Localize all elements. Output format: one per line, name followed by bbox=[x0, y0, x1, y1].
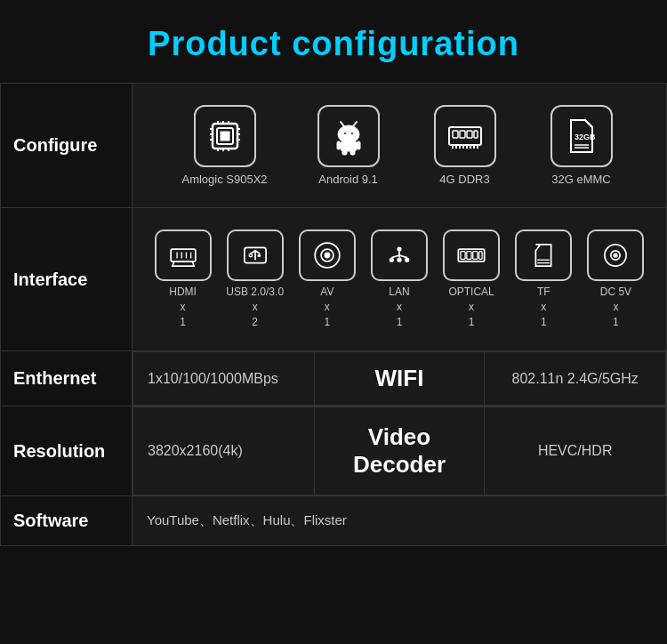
interface-content: HDMIx1 US bbox=[133, 208, 667, 351]
svg-line-61 bbox=[391, 255, 399, 258]
svg-line-23 bbox=[341, 122, 344, 126]
software-row: Software YouTube、Netflix、Hulu、Flixster bbox=[1, 496, 667, 546]
page-title: Product configuration bbox=[0, 0, 667, 83]
svg-rect-20 bbox=[357, 141, 360, 149]
tf-icon-box bbox=[515, 229, 572, 281]
ethernet-label: Enthernet bbox=[1, 351, 133, 407]
svg-rect-18 bbox=[341, 141, 357, 151]
svg-rect-19 bbox=[337, 141, 341, 149]
software-label: Software bbox=[1, 496, 133, 546]
ethernet-row: Enthernet 1x10/100/1000MBps WIFI 802.11n… bbox=[1, 351, 667, 407]
android-label: Android 9.1 bbox=[318, 173, 378, 186]
svg-line-24 bbox=[353, 122, 357, 126]
emmc-label: 32G eMMC bbox=[551, 173, 610, 186]
lan-label: LANx1 bbox=[389, 285, 409, 329]
svg-rect-22 bbox=[350, 150, 355, 155]
iface-lan: LANx1 bbox=[367, 229, 431, 329]
configure-row: Configure bbox=[1, 84, 667, 208]
hevc-value: HEVC/HDR bbox=[485, 407, 666, 495]
iface-optical: OPTICALx1 bbox=[439, 229, 503, 329]
ram-icon-box bbox=[434, 105, 496, 167]
software-apps: YouTube、Netflix、Hulu、Flixster bbox=[133, 496, 667, 546]
svg-rect-42 bbox=[171, 249, 196, 262]
optical-label: OPTICALx1 bbox=[448, 285, 494, 329]
svg-point-15 bbox=[338, 125, 359, 143]
av-label: AVx1 bbox=[320, 285, 334, 329]
emmc-icon: 32GB bbox=[562, 117, 601, 156]
iface-tf: TFx1 bbox=[511, 229, 575, 329]
interface-row: Interface HDMIx1 bbox=[1, 208, 667, 351]
resolution-label: Resolution bbox=[1, 407, 133, 496]
svg-point-56 bbox=[397, 247, 401, 252]
usb-icon bbox=[238, 238, 272, 272]
interface-label: Interface bbox=[1, 208, 133, 351]
iface-dc: DC 5Vx1 bbox=[583, 229, 647, 329]
configure-label: Configure bbox=[1, 84, 133, 208]
config-item-emmc: 32GB 32G eMMC bbox=[546, 105, 617, 186]
optical-icon bbox=[454, 238, 488, 272]
svg-rect-27 bbox=[460, 131, 465, 138]
lan-icon-box bbox=[371, 229, 428, 281]
dc-label: DC 5Vx1 bbox=[600, 285, 631, 329]
svg-rect-26 bbox=[453, 131, 458, 138]
svg-rect-21 bbox=[342, 150, 347, 155]
av-icon-box bbox=[299, 229, 356, 281]
hdmi-icon-box bbox=[155, 229, 212, 281]
svg-point-51 bbox=[249, 254, 252, 256]
config-item-android: Android 9.1 bbox=[313, 105, 384, 186]
ram-label: 4G DDR3 bbox=[439, 173, 489, 186]
svg-line-63 bbox=[399, 255, 407, 258]
emmc-icon-box: 32GB bbox=[550, 105, 613, 167]
iface-av: AVx1 bbox=[295, 229, 359, 329]
svg-rect-52 bbox=[257, 254, 260, 257]
tf-label: TFx1 bbox=[537, 285, 550, 329]
dc-icon-box bbox=[587, 229, 644, 281]
chip-icon bbox=[205, 117, 245, 156]
dc-icon bbox=[599, 238, 632, 272]
usb-icon-box bbox=[227, 229, 284, 281]
video-decoder-label: VideoDecoder bbox=[314, 407, 485, 495]
config-item-ram: 4G DDR3 bbox=[430, 105, 501, 186]
iface-usb: USB 2.0/3.0x2 bbox=[223, 229, 287, 329]
hdmi-icon bbox=[166, 238, 200, 272]
lan-icon bbox=[382, 238, 416, 272]
svg-point-57 bbox=[390, 258, 394, 262]
hdmi-label: HDMIx1 bbox=[169, 285, 197, 329]
android-icon-box bbox=[317, 105, 380, 167]
iface-hdmi: HDMIx1 bbox=[151, 229, 215, 329]
amlogic-label: Amlogic S905X2 bbox=[181, 173, 267, 186]
resolution-row: Resolution 3820x2160(4k) VideoDecoder HE… bbox=[1, 407, 667, 496]
av-icon bbox=[310, 238, 344, 272]
svg-rect-28 bbox=[467, 131, 472, 138]
svg-rect-14 bbox=[221, 132, 229, 141]
svg-rect-65 bbox=[461, 252, 465, 260]
usb-label: USB 2.0/3.0x2 bbox=[226, 285, 284, 329]
svg-rect-29 bbox=[474, 131, 478, 138]
config-item-amlogic: Amlogic S905X2 bbox=[181, 105, 267, 186]
resolution-value: 3820x2160(4k) bbox=[133, 407, 315, 495]
svg-point-58 bbox=[397, 258, 401, 262]
ethernet-speed: 1x10/100/1000MBps bbox=[133, 352, 315, 406]
svg-line-38 bbox=[585, 120, 592, 127]
svg-point-59 bbox=[405, 258, 409, 262]
svg-rect-68 bbox=[479, 252, 482, 260]
chip-icon-box bbox=[194, 105, 256, 167]
svg-point-17 bbox=[350, 133, 353, 135]
wifi-speed: 802.11n 2.4G/5GHz bbox=[485, 352, 666, 406]
svg-rect-67 bbox=[473, 252, 478, 260]
svg-point-73 bbox=[615, 254, 617, 256]
svg-rect-66 bbox=[467, 252, 471, 260]
ram-icon bbox=[446, 117, 485, 156]
wifi-label: WIFI bbox=[314, 352, 485, 406]
svg-point-16 bbox=[343, 133, 346, 135]
svg-point-55 bbox=[325, 253, 329, 257]
android-icon bbox=[329, 117, 368, 156]
configure-content: Amlogic S905X2 bbox=[133, 84, 667, 208]
svg-text:32GB: 32GB bbox=[575, 133, 596, 141]
optical-icon-box bbox=[443, 229, 500, 281]
tf-icon bbox=[526, 238, 560, 272]
